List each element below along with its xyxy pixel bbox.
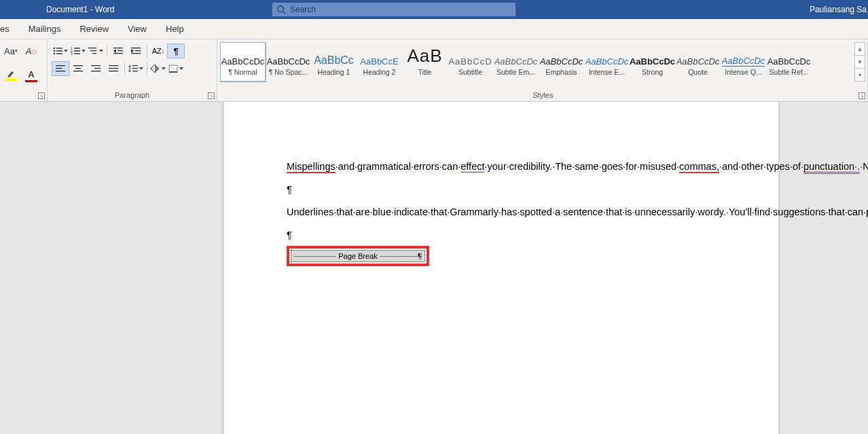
ribbon-group-paragraph: 123 AZ↓ ¶ Paragraph ↘ xyxy=(48,39,217,101)
svg-rect-39 xyxy=(169,65,177,72)
svg-rect-5 xyxy=(56,50,62,51)
document-body[interactable]: Mispellings·and·grammatical·errors·can·e… xyxy=(287,160,713,266)
style-preview: AaBbCcD xyxy=(448,48,492,67)
styles-group-label: Styles xyxy=(220,91,866,100)
style-label: Intense E... xyxy=(589,68,625,76)
svg-rect-23 xyxy=(56,65,65,66)
bullets-button[interactable] xyxy=(52,43,69,58)
svg-rect-21 xyxy=(131,53,141,54)
show-formatting-button[interactable]: ¶ xyxy=(167,43,185,58)
style-item[interactable]: AaBbCcDc¶ No Spac... xyxy=(266,42,311,82)
numbering-button[interactable]: 123 xyxy=(69,43,87,58)
svg-rect-13 xyxy=(74,53,80,54)
align-center-button[interactable] xyxy=(69,61,87,76)
menu-view[interactable]: View xyxy=(118,19,156,39)
search-box[interactable]: Search xyxy=(272,2,516,17)
style-label: Strong xyxy=(642,68,663,76)
style-label: Heading 1 xyxy=(318,68,350,76)
svg-point-6 xyxy=(54,53,56,55)
svg-rect-14 xyxy=(88,48,96,48)
search-icon xyxy=(276,5,286,14)
style-item[interactable]: AaBbCcDcQuote xyxy=(675,42,721,82)
ribbon-group-font-partial: Aa▾ A◇ A ↘ xyxy=(0,39,48,101)
shading-button[interactable] xyxy=(149,61,167,76)
menu-mailings[interactable]: Mailings xyxy=(19,19,71,39)
style-preview: AaBbCcDc xyxy=(221,48,265,67)
style-preview: AaBbCcDc xyxy=(676,48,720,67)
style-item[interactable]: AaBbCcDcStrong xyxy=(630,42,675,82)
svg-rect-29 xyxy=(91,65,101,66)
user-name[interactable]: Pauliansang Sa xyxy=(810,5,868,14)
paragraph-group-label: Paragraph xyxy=(52,91,213,100)
style-item[interactable]: AaBTitle xyxy=(402,42,448,82)
sort-button[interactable]: AZ↓ xyxy=(149,43,167,58)
style-label: ¶ Normal xyxy=(228,68,257,76)
page-break-highlight: Page Break ¶ xyxy=(287,246,429,266)
styles-dialog-launcher-icon[interactable]: ↘ xyxy=(858,92,865,99)
styles-gallery[interactable]: AaBbCcDc¶ NormalAaBbCcDc¶ No Spac...AaBb… xyxy=(220,42,866,83)
decrease-indent-button[interactable] xyxy=(109,43,127,58)
style-label: Subtitle xyxy=(458,68,482,76)
style-label: Title xyxy=(418,68,431,76)
ribbon-group-styles: AaBbCcDc¶ NormalAaBbCcDc¶ No Spac...AaBb… xyxy=(217,39,868,101)
align-left-button[interactable] xyxy=(52,61,69,76)
svg-rect-36 xyxy=(132,65,138,66)
style-item[interactable]: AaBbCcDcEmphasis xyxy=(539,42,584,82)
svg-rect-24 xyxy=(56,68,62,69)
style-item[interactable]: AaBbCcDcIntense Q... xyxy=(721,42,766,82)
svg-rect-7 xyxy=(56,53,62,54)
svg-rect-34 xyxy=(109,71,118,71)
svg-rect-31 xyxy=(91,71,101,71)
borders-button[interactable] xyxy=(167,61,185,76)
svg-rect-22 xyxy=(135,50,141,51)
paragraph-mark: ¶ xyxy=(287,229,713,242)
style-item[interactable]: AaBbCcDSubtitle xyxy=(448,42,493,82)
page[interactable]: Mispellings·and·grammatical·errors·can·e… xyxy=(224,102,778,434)
change-case-button[interactable]: Aa▾ xyxy=(3,43,19,58)
svg-rect-25 xyxy=(56,71,65,71)
gallery-expand-icon[interactable]: ▾ xyxy=(855,69,865,81)
document-area[interactable]: Mispellings·and·grammatical·errors·can·e… xyxy=(0,102,868,434)
gallery-scroll-down-icon[interactable]: ▼ xyxy=(855,56,865,69)
svg-rect-38 xyxy=(132,71,138,71)
style-preview: AaBbCcDc xyxy=(540,48,583,67)
gallery-scroll-up-icon[interactable]: ▲ xyxy=(855,43,865,56)
clear-formatting-button[interactable]: A◇ xyxy=(23,43,39,58)
svg-rect-20 xyxy=(131,48,141,48)
menu-help[interactable]: Help xyxy=(156,19,194,39)
increase-indent-button[interactable] xyxy=(127,43,145,58)
svg-rect-11 xyxy=(74,50,80,51)
style-item[interactable]: AaBbCcEHeading 2 xyxy=(357,42,402,82)
styles-gallery-scroll[interactable]: ▲ ▼ ▾ xyxy=(854,42,865,82)
search-placeholder: Search xyxy=(290,5,316,14)
paragraph-dialog-launcher-icon[interactable]: ↘ xyxy=(208,92,215,99)
text-run: ·Not·only·will·Grammarly·underline·these… xyxy=(860,161,868,172)
style-item[interactable]: AaBbCcDcSubtle Em... xyxy=(493,42,539,82)
highlight-button[interactable] xyxy=(3,68,19,83)
svg-rect-28 xyxy=(73,71,83,71)
align-right-button[interactable] xyxy=(87,61,105,76)
line-spacing-button[interactable] xyxy=(127,61,145,76)
svg-rect-15 xyxy=(90,50,96,51)
font-dialog-launcher-icon[interactable]: ↘ xyxy=(38,92,45,99)
style-preview: AaBbCcDc xyxy=(267,48,310,67)
style-preview: AaBbCcDc xyxy=(722,48,765,67)
justify-button[interactable] xyxy=(105,61,122,76)
style-item[interactable]: AaBbCcDcSubtle Ref... xyxy=(766,42,812,82)
font-color-button[interactable]: A xyxy=(23,68,39,83)
style-item[interactable]: AaBbCcDc¶ Normal xyxy=(220,42,266,82)
style-item[interactable]: AaBbCcHeading 1 xyxy=(311,42,357,82)
page-break-indicator[interactable]: Page Break ¶ xyxy=(291,250,425,262)
menu-references-partial[interactable]: es xyxy=(0,19,19,39)
text-run: ·and·grammatical·errors·can· xyxy=(336,161,461,172)
svg-rect-30 xyxy=(94,68,101,69)
style-item[interactable]: AaBbCcDcIntense E... xyxy=(584,42,630,82)
text-run: punctuation·. xyxy=(803,161,860,174)
svg-rect-33 xyxy=(109,68,118,69)
style-label: Subtle Em... xyxy=(496,68,535,76)
style-preview: AaBbCcDc xyxy=(494,48,538,67)
svg-rect-27 xyxy=(75,68,81,69)
svg-rect-26 xyxy=(73,65,83,66)
menu-review[interactable]: Review xyxy=(70,19,118,39)
multilevel-list-button[interactable] xyxy=(87,43,105,58)
